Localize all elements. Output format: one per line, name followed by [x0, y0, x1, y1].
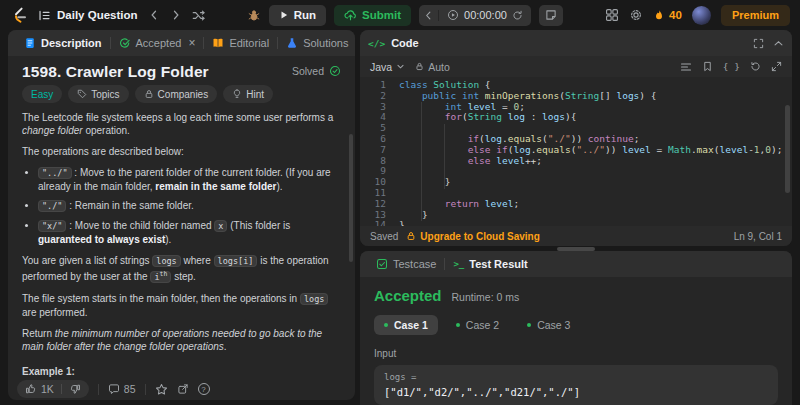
timer-group: 00:00:00 — [419, 5, 531, 26]
lightbulb-icon — [232, 89, 242, 99]
input-value: ["d1/","d2/","../","d21/","./"] — [384, 386, 768, 398]
code-panel-title: Code — [391, 37, 419, 49]
topics-badge[interactable]: Topics — [68, 85, 128, 103]
leetcode-logo-icon[interactable] — [10, 6, 28, 24]
tab-solutions[interactable]: Solutions — [278, 37, 355, 49]
next-question-icon[interactable] — [170, 9, 182, 21]
snippets-icon[interactable]: { } — [723, 61, 740, 72]
like-button[interactable]: 1K — [25, 383, 54, 395]
problem-footer: 1K 85 — [8, 378, 355, 400]
reset-code-icon[interactable] — [750, 61, 761, 72]
testcase-panel-header: Testcase >_ Test Result — [360, 251, 792, 277]
prev-question-icon[interactable] — [148, 9, 160, 21]
case-2-button[interactable]: Case 2 — [446, 315, 509, 335]
case-1-button[interactable]: Case 1 — [374, 315, 438, 335]
code-line[interactable]: 8 else level++; — [360, 156, 792, 167]
streak-counter[interactable]: 40 — [653, 9, 682, 22]
case-pass-dot — [384, 323, 388, 327]
notes-icon[interactable] — [539, 5, 563, 26]
problem-paragraph: The operations are described below: — [22, 145, 341, 158]
debug-icon[interactable] — [247, 8, 261, 22]
maximize-editor-icon[interactable] — [771, 61, 782, 72]
input-box[interactable]: logs = ["d1/","d2/","../","d21/","./"] — [374, 365, 778, 405]
case-3-button[interactable]: Case 3 — [517, 315, 580, 335]
list-item: "./" : Remain in the same folder. — [38, 199, 341, 213]
submit-button[interactable]: Submit — [334, 5, 411, 26]
operations-list: "../" : Move to the parent folder of the… — [22, 166, 341, 246]
layout-icon[interactable] — [605, 8, 619, 22]
code-line[interactable]: 10 } — [360, 177, 792, 188]
cursor-position[interactable]: Ln 9, Col 1 — [734, 231, 782, 242]
autocomplete-toggle[interactable]: Auto — [415, 61, 450, 73]
problem-title: 1598. Crawler Log Folder — [22, 65, 209, 78]
cloud-saving-upsell[interactable]: Upgrade to Cloud Saving — [406, 231, 539, 242]
description-tabstrip: Description Accepted × — [8, 30, 355, 56]
right-column: </> Code Java — [360, 30, 792, 405]
run-button[interactable]: Run — [269, 5, 326, 26]
description-scrollbar[interactable] — [349, 134, 353, 262]
comments-button[interactable]: 85 — [108, 383, 136, 395]
tab-accepted[interactable]: Accepted × — [111, 37, 204, 49]
tag-icon — [77, 89, 87, 99]
comment-count: 85 — [124, 383, 136, 395]
settings-gear-icon[interactable] — [629, 8, 643, 22]
code-footer: Saved Upgrade to Cloud Saving Ln 9, Col … — [360, 226, 792, 246]
case-pass-dot — [456, 323, 460, 327]
avatar[interactable] — [692, 6, 711, 25]
code-line[interactable]: 4 for(String log : logs){ — [360, 112, 792, 123]
comment-icon — [108, 383, 120, 395]
editor-scrollbar[interactable] — [785, 105, 790, 193]
test-result-content: Accepted Runtime: 0 ms Case 1 Case 2 — [360, 277, 792, 405]
description-panel: Description Accepted × — [8, 30, 355, 400]
bookmark-icon[interactable] — [702, 61, 713, 72]
daily-question-label: Daily Question — [57, 9, 138, 21]
solutions-flask-icon — [286, 37, 298, 49]
example-label: Example 1: — [22, 365, 341, 378]
like-count: 1K — [41, 383, 54, 395]
star-button[interactable] — [155, 383, 168, 396]
timer-value: 00:00:00 — [464, 9, 507, 21]
input-label: Input — [374, 348, 778, 359]
share-button[interactable] — [177, 383, 189, 395]
help-icon[interactable]: ? — [198, 383, 210, 395]
timer[interactable]: 00:00:00 — [439, 9, 531, 21]
close-tab-icon[interactable]: × — [188, 37, 195, 49]
timer-reset-icon[interactable] — [512, 10, 523, 21]
code-panel: </> Code Java — [360, 30, 792, 246]
case-pass-dot — [527, 323, 531, 327]
list-item: "../" : Move to the parent folder of the… — [38, 166, 341, 193]
leetcode-app: Daily Question — [0, 0, 800, 405]
hint-badge[interactable]: Hint — [223, 85, 273, 103]
collapse-code-panel-icon[interactable] — [773, 38, 784, 49]
expand-code-panel-icon[interactable] — [753, 38, 764, 49]
timer-collapse-icon[interactable] — [419, 10, 439, 21]
dislike-button[interactable] — [69, 383, 81, 395]
description-doc-icon — [24, 37, 36, 49]
result-status: Accepted — [374, 287, 442, 304]
panel-resize-handle[interactable] — [557, 247, 595, 251]
code-icon: </> — [368, 38, 385, 49]
premium-button[interactable]: Premium — [721, 5, 790, 26]
shuffle-icon[interactable] — [192, 9, 205, 22]
problem-list-button[interactable]: Daily Question — [38, 9, 138, 22]
chevron-down-icon — [396, 62, 405, 71]
problem-paragraph: The file system starts in the main folde… — [22, 292, 341, 319]
lock-icon — [144, 89, 154, 99]
companies-badge[interactable]: Companies — [135, 85, 218, 103]
language-selector[interactable]: Java — [370, 61, 405, 73]
problem-content: 1598. Crawler Log Folder Solved Easy — [8, 56, 355, 378]
terminal-icon: >_ — [453, 259, 464, 269]
testcase-panel: Testcase >_ Test Result Accepted Runtime… — [360, 251, 792, 405]
flame-icon — [653, 9, 665, 22]
tab-testcase[interactable]: Testcase — [368, 258, 444, 270]
code-line[interactable]: 14} — [360, 220, 792, 226]
format-code-icon[interactable] — [680, 61, 692, 73]
difficulty-badge[interactable]: Easy — [22, 85, 62, 103]
thumbs-down-icon — [69, 383, 81, 395]
tab-test-result[interactable]: >_ Test Result — [445, 258, 535, 270]
tab-description[interactable]: Description — [16, 37, 110, 49]
indent-guide — [421, 102, 422, 221]
code-editor[interactable]: 1class Solution {2 public int minOperati… — [360, 77, 792, 226]
tab-editorial[interactable]: Editorial — [204, 37, 277, 49]
code-line[interactable]: 13 } — [360, 210, 792, 221]
